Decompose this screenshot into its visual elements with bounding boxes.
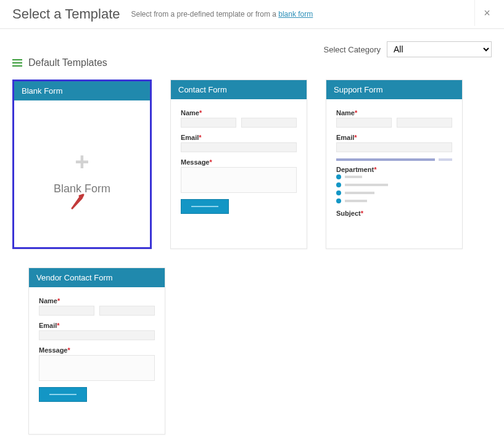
card-header: Contact Form [171, 80, 307, 99]
card-header: Blank Form [14, 81, 150, 100]
field-label-name: Name* [181, 109, 297, 116]
section-header: Default Templates [12, 57, 492, 68]
fake-input [39, 306, 94, 316]
field-label-message: Message* [39, 346, 155, 354]
radio-option [336, 174, 452, 179]
fake-textarea [39, 355, 155, 381]
placeholder-line [336, 158, 452, 161]
menu-icon[interactable] [12, 59, 22, 67]
template-card-vendor[interactable]: Vendor Contact Form Name* Email* Message… [28, 268, 165, 435]
fake-textarea [181, 167, 297, 193]
radio-option [336, 182, 452, 187]
template-card-contact[interactable]: Contact Form Name* Email* Message* [170, 80, 307, 249]
field-label-department: Department* [336, 166, 452, 173]
radio-option [336, 198, 452, 203]
fake-input [336, 118, 392, 128]
fake-input [336, 142, 452, 152]
card-header: Support Form [326, 80, 462, 99]
fake-input [181, 142, 297, 152]
template-grid: Blank Form + Blank Form Contact Form [12, 80, 492, 435]
close-icon: × [484, 7, 490, 19]
fake-input [39, 330, 155, 340]
card-header: Vendor Contact Form [29, 268, 165, 287]
field-label-email: Email* [336, 134, 452, 141]
fake-input [181, 118, 236, 128]
section-title: Default Templates [28, 57, 107, 68]
close-button[interactable]: × [474, 0, 493, 26]
field-label-email: Email* [39, 322, 155, 329]
field-label-name: Name* [39, 297, 155, 304]
field-label-message: Message* [181, 158, 297, 166]
category-select[interactable]: All [387, 41, 492, 57]
fake-submit-button [181, 199, 229, 214]
plus-icon: + [75, 149, 89, 174]
category-label: Select Category [324, 45, 381, 54]
template-card-support[interactable]: Support Form Name* Email* Department* [326, 80, 463, 249]
modal-subtitle: Select from a pre-defined template or fr… [131, 10, 313, 18]
blank-form-link[interactable]: blank form [278, 10, 313, 18]
modal-title: Select a Template [12, 6, 120, 22]
fake-input [99, 306, 155, 316]
field-label-email: Email* [181, 134, 297, 141]
modal-header: Select a Template Select from a pre-defi… [0, 0, 504, 29]
fake-input [397, 118, 452, 128]
fake-submit-button [39, 387, 87, 402]
category-filter-row: Select Category All [12, 41, 492, 57]
fake-input [241, 118, 297, 128]
radio-option [336, 190, 452, 195]
field-label-name: Name* [336, 109, 452, 116]
template-card-blank[interactable]: Blank Form + Blank Form [12, 80, 152, 249]
cursor-arrow-icon [70, 190, 87, 213]
subtitle-text: Select from a pre-defined template or fr… [131, 10, 278, 18]
field-label-subject: Subject* [336, 210, 452, 217]
